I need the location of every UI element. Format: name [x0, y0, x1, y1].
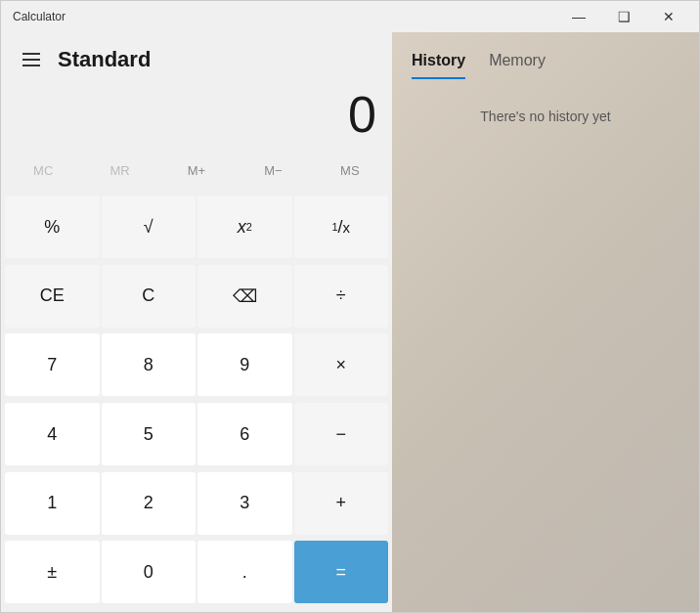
hamburger-line-3 — [22, 65, 40, 66]
decimal-button[interactable]: . — [197, 541, 292, 603]
main-content: Standard 0 MC MR M+ M− MS % √ x2 1/x — [1, 32, 699, 612]
equals-button[interactable]: = — [294, 541, 389, 603]
mminus-button[interactable]: M− — [235, 151, 311, 190]
backspace-button[interactable]: ⌫ — [197, 265, 292, 328]
add-button[interactable]: + — [294, 472, 389, 535]
history-content: There's no history yet — [392, 79, 699, 612]
history-panel: History Memory There's no history yet — [392, 32, 699, 612]
calc-header: Standard — [1, 32, 392, 87]
2-button[interactable]: 2 — [102, 472, 197, 535]
sqrt-button[interactable]: √ — [102, 196, 197, 258]
minimize-button[interactable]: — — [556, 1, 601, 32]
clear-button[interactable]: C — [102, 265, 197, 328]
3-button[interactable]: 3 — [197, 472, 292, 535]
reciprocal-button[interactable]: 1/x — [294, 196, 389, 258]
maximize-button[interactable]: ❑ — [601, 1, 646, 32]
6-button[interactable]: 6 — [197, 403, 292, 465]
4-button[interactable]: 4 — [5, 403, 100, 465]
button-grid: % √ x2 1/x CE C ⌫ ÷ 7 8 9 × 4 5 6 − — [1, 194, 392, 612]
5-button[interactable]: 5 — [102, 403, 197, 465]
0-button[interactable]: 0 — [102, 541, 197, 603]
1-button[interactable]: 1 — [5, 472, 100, 535]
memory-row: MC MR M+ M− MS — [1, 151, 392, 190]
multiply-button[interactable]: × — [294, 333, 389, 396]
calc-display: 0 — [1, 87, 392, 151]
percent-button[interactable]: % — [5, 196, 100, 258]
tab-history[interactable]: History — [412, 52, 465, 79]
history-tabs: History Memory — [392, 32, 699, 79]
ce-button[interactable]: CE — [5, 265, 100, 328]
hamburger-menu[interactable] — [17, 47, 46, 72]
divide-button[interactable]: ÷ — [294, 265, 389, 328]
hamburger-line-1 — [22, 53, 40, 55]
negate-button[interactable]: ± — [5, 541, 100, 603]
tab-memory[interactable]: Memory — [489, 52, 546, 79]
close-button[interactable]: ✕ — [646, 1, 691, 32]
no-history-message: There's no history yet — [480, 109, 610, 124]
7-button[interactable]: 7 — [5, 333, 100, 396]
display-value: 0 — [17, 87, 376, 143]
window-title: Calculator — [13, 10, 66, 23]
calculator-window: Calculator — ❑ ✕ Standard 0 — [0, 0, 700, 613]
ms-button[interactable]: MS — [312, 151, 388, 190]
subtract-button[interactable]: − — [294, 403, 389, 465]
calculator-panel: Standard 0 MC MR M+ M− MS % √ x2 1/x — [1, 32, 392, 612]
title-bar-controls: — ❑ ✕ — [556, 1, 691, 32]
mc-button[interactable]: MC — [5, 151, 81, 190]
hamburger-line-2 — [22, 59, 40, 61]
title-bar: Calculator — ❑ ✕ — [1, 1, 699, 32]
mr-button[interactable]: MR — [81, 151, 157, 190]
square-button[interactable]: x2 — [197, 196, 292, 258]
title-bar-left: Calculator — [13, 10, 66, 23]
9-button[interactable]: 9 — [197, 333, 292, 396]
8-button[interactable]: 8 — [102, 333, 197, 396]
mplus-button[interactable]: M+ — [158, 151, 235, 190]
calculator-mode-title: Standard — [58, 47, 151, 72]
